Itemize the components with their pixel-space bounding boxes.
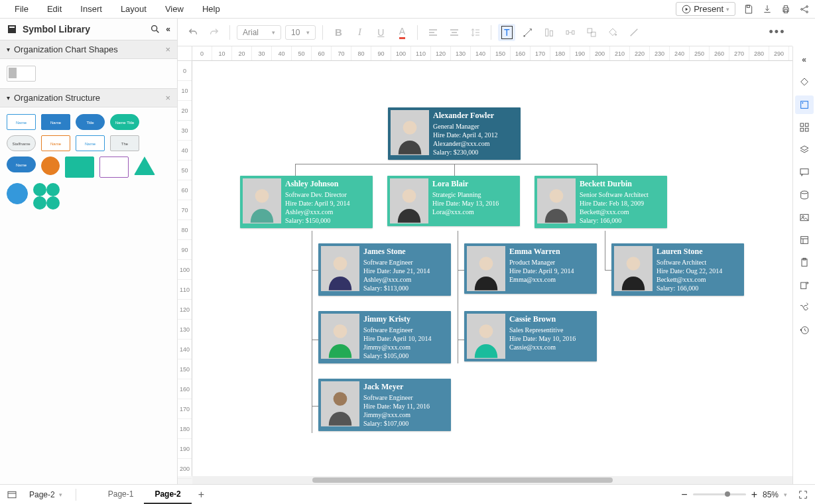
close-icon[interactable]: × xyxy=(165,93,170,103)
export-panel-icon[interactable] xyxy=(795,276,814,294)
shape-venn[interactable] xyxy=(7,183,28,204)
text-tool-button[interactable]: T xyxy=(498,24,515,41)
shape-name-fill[interactable]: Name xyxy=(41,114,70,130)
card-james[interactable]: James Stone Software Engineer Hire Date:… xyxy=(318,243,451,296)
card-emma[interactable]: Emma Warren Product Manager Hire Date: A… xyxy=(464,243,597,294)
card-jimmy[interactable]: Jimmy Kristy Software Engineer Hire Date… xyxy=(318,311,451,363)
svg-point-29 xyxy=(802,102,803,103)
tab-page2[interactable]: Page-2 xyxy=(144,485,191,504)
shape-quad-circles[interactable] xyxy=(33,183,60,210)
zoom-in-button[interactable]: + xyxy=(751,489,757,501)
image-panel-icon[interactable] xyxy=(795,208,814,227)
scrollbar-thumb[interactable] xyxy=(312,477,613,483)
section-org-shapes[interactable]: ▾ Organization Chart Shapes × xyxy=(0,40,177,59)
add-page-button[interactable]: + xyxy=(192,486,211,503)
shape-title-pill[interactable]: Title xyxy=(76,114,105,130)
shape-name-orange[interactable]: Name xyxy=(41,135,70,151)
ruler-vertical: 0102030405060708090100110120130140150160… xyxy=(178,61,192,476)
card-lauren[interactable]: Lauren Stone Software Architect Hire Dat… xyxy=(611,243,744,296)
menubar: File Edit Insert Layout View Help Presen… xyxy=(0,0,815,19)
avatar xyxy=(321,314,359,359)
line-spacing-button[interactable] xyxy=(467,24,484,41)
save-icon[interactable] xyxy=(743,4,754,15)
fill-button[interactable] xyxy=(604,24,621,41)
outline-view-icon[interactable] xyxy=(7,489,17,500)
fill-panel-icon[interactable] xyxy=(795,73,814,92)
distribute-button[interactable] xyxy=(562,24,579,41)
shape-name-box[interactable]: Name xyxy=(7,114,36,130)
print-icon[interactable] xyxy=(781,4,791,15)
shape-circle[interactable] xyxy=(41,157,60,175)
page-tabs: Page-1 Page-2 xyxy=(97,485,192,504)
italic-button[interactable]: I xyxy=(351,24,368,41)
card-beckett[interactable]: Beckett Durbin Senior Software Architect… xyxy=(534,176,667,228)
shape-card-photo[interactable] xyxy=(7,66,36,82)
grid-panel-icon[interactable] xyxy=(795,118,814,137)
share-icon[interactable] xyxy=(799,4,810,15)
menu-view[interactable]: View xyxy=(156,1,193,17)
menu-insert[interactable]: Insert xyxy=(71,1,111,17)
stroke-button[interactable] xyxy=(625,24,643,41)
svg-rect-34 xyxy=(800,169,808,174)
align-vertical-button[interactable] xyxy=(446,24,463,41)
menu-help[interactable]: Help xyxy=(193,1,229,17)
view-panel-icon[interactable] xyxy=(795,231,814,249)
present-button[interactable]: Present ▾ xyxy=(676,2,735,16)
card-lora[interactable]: Lora Blair Strategic Planning Hire Date:… xyxy=(387,176,520,226)
avatar xyxy=(614,246,653,291)
card-cassie[interactable]: Cassie Brown Sales Representitive Hire D… xyxy=(464,311,597,361)
shape-table-green[interactable] xyxy=(65,157,94,178)
menu-file[interactable]: File xyxy=(5,1,38,17)
search-icon[interactable] xyxy=(150,24,160,34)
expand-panel-icon[interactable]: « xyxy=(795,50,814,69)
menu-edit[interactable]: Edit xyxy=(38,1,71,17)
page-dropdown[interactable]: Page-2 ▾ xyxy=(24,489,68,501)
library-icon xyxy=(7,24,17,34)
zoom-thumb[interactable] xyxy=(725,491,730,497)
bold-button[interactable]: B xyxy=(330,24,347,41)
font-color-button[interactable]: A xyxy=(393,24,410,41)
comment-panel-icon[interactable] xyxy=(795,163,814,182)
chevron-down-icon[interactable]: ▾ xyxy=(784,491,787,498)
shape-name-pill2[interactable]: Name xyxy=(7,157,36,172)
redo-button[interactable] xyxy=(206,24,223,41)
connector xyxy=(312,406,318,407)
card-ashley[interactable]: Ashley Johnson Software Dev. Director Hi… xyxy=(240,176,373,228)
data-panel-icon[interactable] xyxy=(795,186,814,204)
svg-rect-28 xyxy=(800,101,808,109)
card-hire: Hire Date: May 13, 2016 xyxy=(432,199,517,208)
download-icon[interactable] xyxy=(762,4,773,15)
align-left-button[interactable] xyxy=(424,24,442,41)
shuffle-icon[interactable] xyxy=(795,298,814,317)
clipboard-panel-icon[interactable] xyxy=(795,253,814,272)
shape-triangle[interactable] xyxy=(134,157,155,175)
group-button[interactable] xyxy=(583,24,600,41)
layers-panel-icon[interactable] xyxy=(795,141,814,159)
card-alexander[interactable]: Alexander Fowler General Manager Hire Da… xyxy=(388,107,521,160)
connector-button[interactable] xyxy=(519,24,536,41)
menu-layout[interactable]: Layout xyxy=(111,1,156,17)
underline-button[interactable]: U xyxy=(372,24,389,41)
undo-button[interactable] xyxy=(184,24,202,41)
history-icon[interactable] xyxy=(795,321,814,340)
section-org-structure[interactable]: ▾ Organization Structure × xyxy=(0,88,177,107)
shape-table-purple[interactable] xyxy=(99,157,129,178)
zoom-out-button[interactable]: − xyxy=(681,489,687,501)
canvas[interactable]: Alexander Fowler General Manager Hire Da… xyxy=(192,61,792,476)
align-objects-button[interactable] xyxy=(540,24,558,41)
zoom-slider[interactable] xyxy=(693,493,746,495)
tab-page1[interactable]: Page-1 xyxy=(97,485,145,504)
collapse-panel-icon[interactable]: « xyxy=(166,25,170,34)
shape-panel-icon[interactable] xyxy=(795,95,814,114)
font-select[interactable]: Arial▾ xyxy=(237,25,281,40)
fullscreen-icon[interactable] xyxy=(798,489,808,500)
more-button[interactable]: ••• xyxy=(769,24,786,41)
shape-staffname[interactable]: Staffname xyxy=(7,135,36,151)
shape-nametitle-pill[interactable]: Name Title xyxy=(110,114,139,130)
shape-name-blue2[interactable]: Name xyxy=(76,135,105,151)
scrollbar-horizontal[interactable] xyxy=(192,476,792,484)
close-icon[interactable]: × xyxy=(165,44,170,54)
card-jack[interactable]: Jack Meyer Software Engineer Hire Date: … xyxy=(318,379,451,431)
fontsize-select[interactable]: 10▾ xyxy=(285,25,316,40)
shape-dept[interactable]: The Department xyxy=(110,135,139,151)
